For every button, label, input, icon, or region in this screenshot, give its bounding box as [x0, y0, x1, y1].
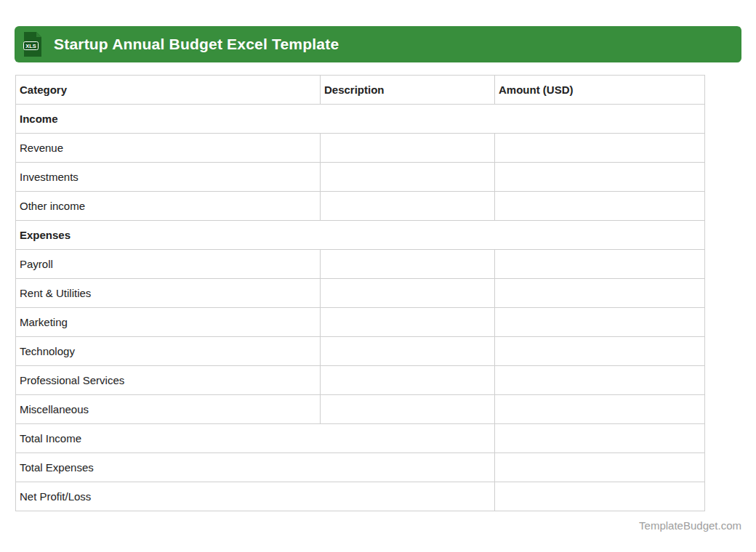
description-cell — [321, 395, 495, 424]
item-row: Other income — [16, 192, 705, 221]
category-cell: Technology — [16, 337, 321, 366]
amount-cell — [495, 308, 705, 337]
table-header-row: CategoryDescriptionAmount (USD) — [16, 76, 705, 105]
summary-label-cell: Total Income — [16, 424, 495, 453]
page-title: Startup Annual Budget Excel Template — [54, 36, 339, 53]
category-cell: Miscellaneous — [16, 395, 321, 424]
summary-amount-cell — [495, 453, 705, 482]
budget-table: CategoryDescriptionAmount (USD)IncomeRev… — [15, 75, 705, 511]
item-row: Professional Services — [16, 366, 705, 395]
description-cell — [321, 250, 495, 279]
category-cell: Rent & Utilities — [16, 279, 321, 308]
summary-amount-cell — [495, 424, 705, 453]
column-header-0: Category — [16, 76, 321, 105]
column-header-2: Amount (USD) — [495, 76, 705, 105]
category-cell: Revenue — [16, 134, 321, 163]
summary-row: Net Profit/Loss — [16, 482, 705, 511]
category-cell: Marketing — [16, 308, 321, 337]
amount-cell — [495, 337, 705, 366]
amount-cell — [495, 395, 705, 424]
summary-row: Total Income — [16, 424, 705, 453]
item-row: Marketing — [16, 308, 705, 337]
item-row: Rent & Utilities — [16, 279, 705, 308]
description-cell — [321, 134, 495, 163]
description-cell — [321, 337, 495, 366]
description-cell — [321, 192, 495, 221]
section-row: Expenses — [16, 221, 705, 250]
item-row: Technology — [16, 337, 705, 366]
description-cell — [321, 279, 495, 308]
amount-cell — [495, 192, 705, 221]
category-cell: Investments — [16, 163, 321, 192]
budget-table-body: CategoryDescriptionAmount (USD)IncomeRev… — [16, 76, 705, 511]
item-row: Payroll — [16, 250, 705, 279]
amount-cell — [495, 250, 705, 279]
section-label: Expenses — [16, 221, 705, 250]
amount-cell — [495, 163, 705, 192]
summary-row: Total Expenses — [16, 453, 705, 482]
summary-amount-cell — [495, 482, 705, 511]
xls-file-icon: XLS — [23, 32, 42, 57]
description-cell — [321, 366, 495, 395]
amount-cell — [495, 134, 705, 163]
item-row: Miscellaneous — [16, 395, 705, 424]
category-cell: Payroll — [16, 250, 321, 279]
summary-label-cell: Net Profit/Loss — [16, 482, 495, 511]
item-row: Revenue — [16, 134, 705, 163]
template-header-bar: XLS Startup Annual Budget Excel Template — [15, 26, 741, 62]
section-label: Income — [16, 105, 705, 134]
summary-label-cell: Total Expenses — [16, 453, 495, 482]
footer-brand-text: TemplateBudget.com — [639, 519, 741, 532]
item-row: Investments — [16, 163, 705, 192]
column-header-1: Description — [321, 76, 495, 105]
amount-cell — [495, 279, 705, 308]
section-row: Income — [16, 105, 705, 134]
category-cell: Other income — [16, 192, 321, 221]
description-cell — [321, 163, 495, 192]
xls-icon-label: XLS — [25, 43, 36, 49]
description-cell — [321, 308, 495, 337]
category-cell: Professional Services — [16, 366, 321, 395]
amount-cell — [495, 366, 705, 395]
